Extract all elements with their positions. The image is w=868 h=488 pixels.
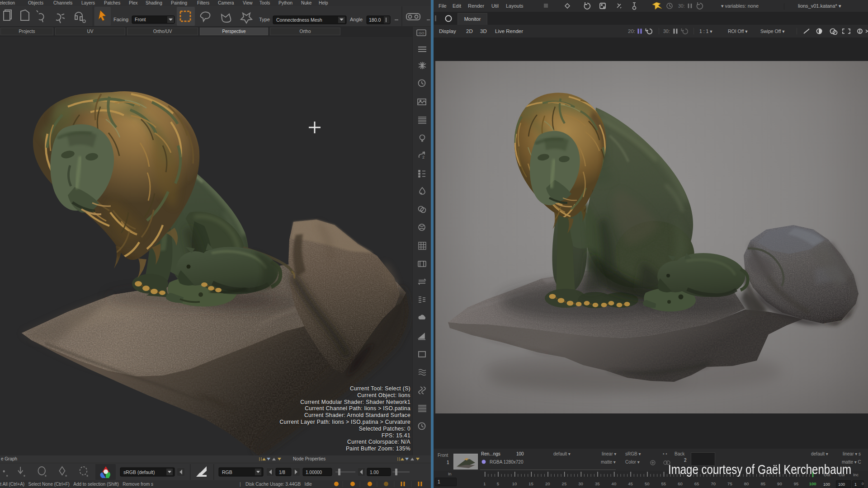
svg-text:Front: Front (135, 17, 146, 22)
svg-text:50: 50 (645, 481, 650, 486)
svg-text:45: 45 (628, 481, 633, 486)
svg-text:35: 35 (595, 481, 600, 486)
svg-text:30: 30 (578, 481, 583, 486)
svg-text:30:: 30: (663, 28, 670, 34)
svg-text:RGB: RGB (222, 469, 232, 475)
svg-text:5: 5 (497, 481, 499, 486)
svg-text:ROI Off ▾: ROI Off ▾ (728, 28, 748, 34)
svg-text:100: 100 (809, 481, 816, 486)
svg-text:90: 90 (777, 481, 782, 486)
svg-text:65: 65 (694, 481, 699, 486)
svg-text:1.00000: 1.00000 (306, 470, 322, 475)
svg-text:Facing: Facing (113, 17, 128, 22)
svg-text:60: 60 (678, 481, 683, 486)
svg-text:80: 80 (744, 481, 749, 486)
svg-text:1: 1 (483, 481, 486, 486)
svg-text:85: 85 (760, 481, 765, 486)
svg-text:1.00: 1.00 (370, 470, 379, 475)
svg-text:sRGB (default): sRGB (default) (123, 469, 155, 475)
svg-text:75: 75 (727, 481, 732, 486)
svg-text:1 : 1 ▾: 1 : 1 ▾ (699, 28, 712, 34)
svg-text:180.0: 180.0 (369, 17, 381, 23)
svg-text:Type: Type (259, 17, 270, 22)
svg-text:55: 55 (661, 481, 666, 486)
svg-text:40: 40 (612, 481, 617, 486)
svg-text:Connectedness Mesh: Connectedness Mesh (276, 17, 322, 23)
svg-text:15: 15 (528, 481, 533, 486)
svg-text:Swipe Off ▾: Swipe Off ▾ (760, 28, 785, 34)
svg-text:20: 20 (545, 481, 550, 486)
svg-text:95: 95 (794, 481, 799, 486)
svg-text:10: 10 (512, 481, 517, 486)
svg-text:1/8: 1/8 (279, 470, 285, 475)
svg-text:70: 70 (711, 481, 716, 486)
svg-text:25: 25 (562, 481, 567, 486)
svg-text:Angle: Angle (350, 17, 363, 22)
svg-text:30:: 30: (678, 3, 685, 9)
